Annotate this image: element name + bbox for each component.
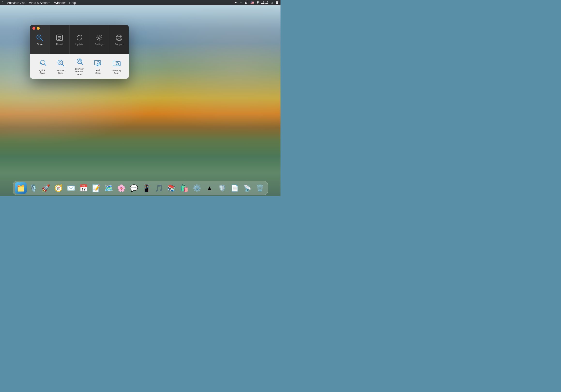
menubar-list[interactable]: ☰: [276, 1, 279, 4]
settings-icon: [95, 33, 104, 42]
app-name[interactable]: Antivirus Zap – Virus & Adware: [7, 1, 50, 5]
svg-line-28: [99, 64, 100, 65]
dock-sysprefs[interactable]: ⚙️: [191, 182, 203, 194]
menubar-icon-3: ⊡: [245, 1, 248, 4]
dock-launchpad[interactable]: 🚀: [40, 182, 52, 194]
directory-scan-icon: [112, 58, 121, 68]
tab-update-label: Update: [76, 43, 83, 46]
svg-point-6: [98, 37, 100, 39]
tab-settings[interactable]: Settings: [89, 25, 109, 54]
directory-scan-option[interactable]: DirectoryScan: [107, 57, 126, 76]
menubar:  Antivirus Zap – Virus & Adware Window …: [0, 0, 280, 5]
dock-mail[interactable]: ✉️: [65, 182, 77, 194]
tab-scan-label: Scan: [37, 43, 43, 46]
browser-restore-scan-label: Browser RestoreScan: [72, 67, 87, 76]
svg-line-21: [81, 63, 83, 65]
toolbar: Scan Found Update: [30, 25, 129, 54]
svg-line-1: [41, 39, 43, 41]
svg-line-12: [117, 39, 118, 39]
dock-safari[interactable]: 🧭: [53, 182, 64, 194]
menubar-left:  Antivirus Zap – Virus & Adware Window …: [2, 1, 76, 5]
tab-settings-label: Settings: [95, 43, 104, 46]
dock-antivirus[interactable]: 🛡️: [216, 182, 228, 194]
dock-notes[interactable]: 📝: [90, 182, 102, 194]
dock-calendar[interactable]: 📅: [78, 182, 89, 194]
close-button[interactable]: [32, 27, 35, 30]
full-scan-icon: [93, 58, 103, 68]
svg-point-20: [78, 60, 80, 62]
svg-point-2: [38, 36, 40, 38]
svg-line-30: [118, 65, 119, 65]
update-icon: [75, 33, 84, 42]
tab-found-label: Found: [56, 43, 63, 46]
svg-line-10: [120, 39, 121, 39]
dock-facetime[interactable]: 📱: [141, 182, 152, 194]
dock-maps[interactable]: 🗺️: [103, 182, 115, 194]
menubar-flag: 🇺🇸: [250, 1, 254, 4]
dock-trash[interactable]: 🗑️: [254, 182, 266, 194]
browser-restore-scan-option[interactable]: Browser RestoreScan: [70, 55, 89, 77]
menubar-time: Fri 11:16: [257, 1, 268, 4]
quick-scan-label: QuickScan: [39, 69, 45, 74]
dock-appstore[interactable]: 🛍️: [179, 182, 190, 194]
quick-scan-option[interactable]: QuickScan: [33, 57, 52, 76]
support-icon: [115, 33, 123, 42]
menubar-icon-2: ⊹: [240, 1, 242, 4]
tab-support[interactable]: Support: [109, 25, 129, 54]
normal-scan-label: NormalScan: [57, 69, 65, 74]
menu-help[interactable]: Help: [69, 1, 76, 5]
app-window: Scan Found Update: [30, 25, 129, 79]
full-scan-label: FullScan: [95, 69, 101, 74]
dock-music[interactable]: 🎵: [153, 182, 165, 194]
svg-line-9: [117, 36, 118, 37]
quick-scan-icon: [37, 58, 47, 68]
tab-support-label: Support: [115, 43, 123, 46]
dock-finder[interactable]: 🗂️: [15, 182, 27, 194]
normal-scan-option[interactable]: NormalScan: [52, 57, 70, 76]
menu-window[interactable]: Window: [54, 1, 65, 5]
svg-line-18: [62, 64, 64, 66]
normal-scan-icon: [56, 58, 65, 68]
svg-point-17: [59, 62, 61, 64]
dock-acrobat[interactable]: 📄: [229, 182, 241, 194]
window-controls: [32, 27, 40, 30]
dock-luminar[interactable]: ▲: [204, 182, 216, 194]
svg-line-11: [120, 36, 121, 37]
menubar-right: ✦ ⊹ ⊡ 🇺🇸 Fri 11:16 ⌕ ☰: [235, 1, 279, 4]
svg-line-15: [44, 64, 46, 65]
content-area: QuickScan NormalScan: [30, 54, 129, 79]
svg-point-8: [118, 37, 120, 39]
scan-icon: [35, 33, 44, 42]
full-scan-option[interactable]: FullScan: [89, 57, 107, 76]
minimize-button[interactable]: [37, 27, 40, 30]
svg-point-7: [116, 35, 122, 41]
directory-scan-label: DirectoryScan: [112, 69, 121, 74]
menubar-search[interactable]: ⌕: [271, 1, 273, 4]
tab-update[interactable]: Update: [70, 25, 89, 54]
found-icon: [55, 33, 64, 42]
browser-restore-scan-icon: [75, 57, 84, 66]
tab-found[interactable]: Found: [50, 25, 70, 54]
dock-airdrop[interactable]: 📡: [242, 182, 253, 194]
dock: 🗂️ 🎙️ 🚀 🧭 ✉️ 📅 📝 🗺️ 🌸 💬 📱 🎵 📚 🛍️ ⚙️ ▲: [13, 181, 268, 195]
apple-menu[interactable]: : [2, 1, 3, 5]
dock-siri[interactable]: 🎙️: [28, 182, 39, 194]
dock-messages[interactable]: 💬: [128, 182, 140, 194]
dock-books[interactable]: 📚: [166, 182, 178, 194]
menubar-icon-1: ✦: [235, 1, 237, 4]
dock-photos[interactable]: 🌸: [116, 182, 127, 194]
